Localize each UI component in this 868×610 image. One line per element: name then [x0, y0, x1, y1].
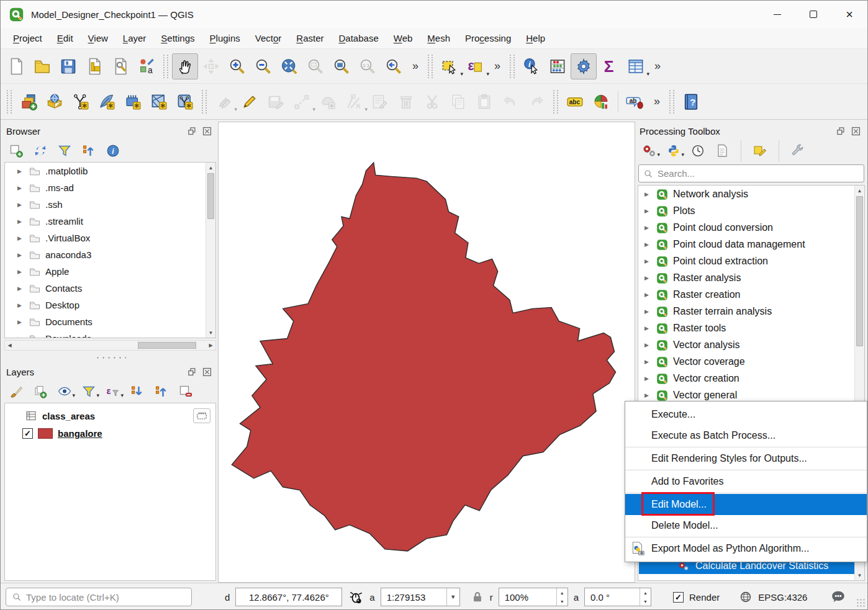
processing-options-button[interactable]: [789, 142, 807, 159]
expander-icon[interactable]: ▶: [17, 319, 24, 325]
toolbox-group-vector-creation[interactable]: ▶Vector creation: [638, 370, 864, 387]
filter-legend-dropdown-arrow[interactable]: ▾: [96, 392, 99, 398]
menu-help[interactable]: Help: [518, 30, 553, 47]
toggle-editing-button[interactable]: [237, 89, 263, 115]
browser-vertical-scrollbar[interactable]: ▲ ▼: [206, 163, 215, 338]
zoom-in-button[interactable]: [224, 53, 250, 79]
toolbox-group-raster-creation[interactable]: ▶Raster creation: [638, 286, 864, 303]
scrollbar-thumb[interactable]: [856, 196, 863, 346]
manage-map-themes-dropdown-arrow[interactable]: ▾: [72, 392, 75, 398]
current-edits-button[interactable]: ▾: [210, 89, 237, 115]
layers-close-button[interactable]: [201, 367, 212, 377]
properties-widget-toggle-button[interactable]: i: [104, 142, 122, 159]
results-viewer-button[interactable]: [713, 142, 731, 159]
expander-icon[interactable]: ▶: [644, 208, 651, 214]
menu-database[interactable]: Database: [332, 30, 386, 47]
rotation-spinbox[interactable]: 0.0 ° ▲▼: [584, 588, 651, 606]
browser-close-button[interactable]: [201, 126, 212, 137]
style-manager-button[interactable]: a: [133, 53, 160, 79]
lock-scale-icon[interactable]: [471, 590, 484, 604]
browser-item-anaconda3[interactable]: ▶anaconda3: [5, 246, 215, 263]
expander-icon[interactable]: ▶: [644, 359, 651, 365]
undo-button[interactable]: [497, 89, 523, 115]
modify-attributes-button[interactable]: [367, 89, 393, 115]
add-group-button[interactable]: [31, 383, 50, 400]
attributes-overflow-button[interactable]: »: [649, 60, 666, 73]
new-gpx-layer-button[interactable]: [172, 89, 198, 115]
toolbox-group-vector-coverage[interactable]: ▶Vector coverage: [638, 353, 864, 370]
browser-float-button[interactable]: [186, 126, 197, 137]
expander-icon[interactable]: ▶: [17, 302, 24, 308]
close-button[interactable]: ×: [831, 1, 867, 28]
spin-arrows[interactable]: ▲▼: [640, 588, 651, 606]
models-menu-button[interactable]: ▾: [640, 142, 659, 159]
cut-features-button[interactable]: [419, 89, 445, 115]
expander-icon[interactable]: ▶: [17, 336, 24, 339]
scroll-right-arrow[interactable]: ▶: [206, 341, 215, 350]
browser-item-desktop[interactable]: ▶Desktop: [5, 297, 215, 313]
browser-item-matplotlib[interactable]: ▶.matplotlib: [5, 163, 215, 179]
open-layer-styling-panel-button[interactable]: [7, 383, 25, 400]
layer-row-class-areas[interactable]: class_areas: [5, 407, 215, 424]
scroll-down-arrow[interactable]: ▼: [855, 570, 864, 580]
identify-features-button[interactable]: i: [518, 53, 545, 79]
expander-icon[interactable]: ▶: [644, 292, 651, 298]
browser-item-contacts[interactable]: ▶Contacts: [5, 280, 215, 297]
help-contents-button[interactable]: ?: [678, 89, 704, 115]
new-geopackage-layer-button[interactable]: [94, 89, 120, 115]
menu-web[interactable]: Web: [386, 30, 420, 47]
filter-by-expression-dropdown-arrow[interactable]: ▾: [120, 392, 124, 398]
open-attribute-table-button[interactable]: ▾: [623, 53, 649, 79]
expander-icon[interactable]: ▶: [17, 218, 24, 225]
browser-item-apple[interactable]: ▶Apple: [5, 263, 215, 280]
new-print-layout-button[interactable]: [81, 53, 107, 79]
save-project-button[interactable]: [55, 53, 81, 79]
toolbar-handle[interactable]: [163, 55, 168, 78]
toolbox-group-raster-terrain-analysis[interactable]: ▶Raster terrain analysis: [638, 303, 864, 320]
toolbox-search-input[interactable]: Search...: [638, 164, 864, 182]
magnifier-spinbox[interactable]: 100% ▲▼: [499, 588, 568, 606]
expander-icon[interactable]: ▶: [17, 252, 24, 258]
menu-layer[interactable]: Layer: [115, 30, 154, 47]
toolbox-group-point-cloud-extraction[interactable]: ▶Point cloud extraction: [638, 253, 864, 269]
browser-item-downloads[interactable]: ▶Downloads: [5, 330, 215, 338]
zoom-full-extent-button[interactable]: [276, 53, 302, 79]
expand-all-button[interactable]: [128, 383, 147, 400]
expander-icon[interactable]: ▶: [17, 168, 24, 174]
menu-plugins[interactable]: Plugins: [202, 30, 248, 47]
layer-visibility-checkbox[interactable]: ✓: [22, 428, 33, 439]
zoom-to-selection-button[interactable]: [302, 53, 328, 79]
menu-edit[interactable]: Edit: [50, 30, 81, 47]
vertex-tool-button[interactable]: ▾: [341, 89, 367, 115]
toolbar-handle[interactable]: [669, 90, 674, 114]
select-by-expression-dropdown-arrow[interactable]: ▾: [486, 71, 489, 77]
toolbar-handle[interactable]: [7, 90, 12, 114]
menu-item-export-model-as-python-algorithm[interactable]: Export Model as Python Algorithm...: [625, 538, 867, 559]
menu-item-add-to-favorites[interactable]: Add to Favorites: [625, 471, 867, 492]
remove-layer-button[interactable]: [176, 383, 195, 400]
add-selected-layers-button[interactable]: [7, 142, 25, 159]
scale-dropdown-arrow[interactable]: ▼: [446, 588, 459, 606]
menu-item-delete-model[interactable]: Delete Model...: [625, 515, 867, 536]
render-checkbox[interactable]: ✓: [673, 592, 684, 603]
toolbar-handle[interactable]: [510, 55, 515, 78]
menu-item-execute[interactable]: Execute...: [625, 404, 867, 425]
scroll-up-arrow[interactable]: ▲: [855, 186, 864, 195]
move-feature-button[interactable]: [315, 89, 341, 115]
panel-splitter-handle[interactable]: [95, 356, 126, 360]
open-project-button[interactable]: [29, 53, 55, 79]
digitize-features-button[interactable]: ▾: [289, 89, 315, 115]
toolbox-group-plots[interactable]: ▶Plots: [638, 202, 864, 219]
spin-arrows[interactable]: ▲▼: [556, 588, 567, 606]
pan-to-selection-button[interactable]: [198, 53, 224, 79]
filter-by-expression-button[interactable]: ε▾: [104, 383, 122, 400]
browser-item-ms-ad[interactable]: ▶.ms-ad: [5, 179, 215, 196]
toolbox-group-network-analysis[interactable]: ▶Network analysis: [638, 186, 864, 202]
scripts-menu-dropdown-arrow[interactable]: ▾: [681, 151, 684, 158]
add-layer-menu-button[interactable]: [42, 89, 68, 115]
menu-raster[interactable]: Raster: [289, 30, 331, 47]
resize-grip[interactable]: [856, 598, 866, 608]
toolbar-handle[interactable]: [428, 55, 433, 78]
menu-item-edit-rendering-styles-for-outputs[interactable]: Edit Rendering Styles for Outputs...: [625, 448, 867, 469]
map-canvas[interactable]: [218, 122, 635, 583]
